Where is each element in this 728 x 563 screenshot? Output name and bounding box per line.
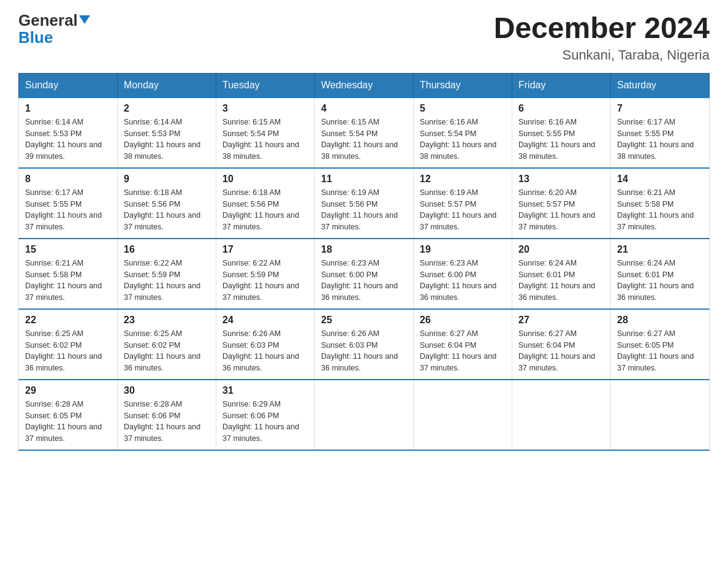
table-row — [315, 380, 414, 450]
day-info: Sunrise: 6:22 AMSunset: 5:59 PMDaylight:… — [124, 259, 200, 302]
day-info: Sunrise: 6:21 AMSunset: 5:58 PMDaylight:… — [617, 188, 694, 231]
day-number: 25 — [321, 315, 407, 326]
day-info: Sunrise: 6:20 AMSunset: 5:57 PMDaylight:… — [518, 188, 595, 231]
table-row: 2 Sunrise: 6:14 AMSunset: 5:53 PMDayligh… — [118, 98, 216, 168]
day-info: Sunrise: 6:28 AMSunset: 6:05 PMDaylight:… — [25, 400, 102, 443]
day-info: Sunrise: 6:29 AMSunset: 6:06 PMDaylight:… — [222, 400, 299, 443]
day-info: Sunrise: 6:14 AMSunset: 5:53 PMDaylight:… — [25, 118, 102, 161]
day-info: Sunrise: 6:23 AMSunset: 6:00 PMDaylight:… — [321, 259, 398, 302]
day-number: 12 — [420, 174, 506, 185]
table-row: 24 Sunrise: 6:26 AMSunset: 6:03 PMDaylig… — [216, 309, 315, 380]
day-info: Sunrise: 6:27 AMSunset: 6:04 PMDaylight:… — [518, 329, 595, 372]
table-row: 10 Sunrise: 6:18 AMSunset: 5:56 PMDaylig… — [216, 168, 315, 239]
day-info: Sunrise: 6:18 AMSunset: 5:56 PMDaylight:… — [124, 188, 200, 231]
table-row: 14 Sunrise: 6:21 AMSunset: 5:58 PMDaylig… — [611, 168, 710, 239]
day-info: Sunrise: 6:18 AMSunset: 5:56 PMDaylight:… — [222, 188, 299, 231]
day-number: 14 — [617, 174, 703, 185]
day-number: 16 — [124, 244, 210, 255]
table-row: 29 Sunrise: 6:28 AMSunset: 6:05 PMDaylig… — [19, 380, 118, 450]
day-number: 9 — [124, 174, 210, 185]
day-number: 22 — [25, 315, 111, 326]
day-number: 5 — [420, 103, 506, 114]
day-number: 29 — [25, 385, 111, 396]
table-row: 21 Sunrise: 6:24 AMSunset: 6:01 PMDaylig… — [611, 239, 710, 309]
day-number: 15 — [25, 244, 111, 255]
day-info: Sunrise: 6:17 AMSunset: 5:55 PMDaylight:… — [25, 188, 102, 231]
day-info: Sunrise: 6:22 AMSunset: 5:59 PMDaylight:… — [222, 259, 299, 302]
day-number: 20 — [518, 244, 604, 255]
table-row: 31 Sunrise: 6:29 AMSunset: 6:06 PMDaylig… — [216, 380, 315, 450]
day-number: 8 — [25, 174, 111, 185]
table-row: 15 Sunrise: 6:21 AMSunset: 5:58 PMDaylig… — [19, 239, 118, 309]
table-row: 6 Sunrise: 6:16 AMSunset: 5:55 PMDayligh… — [512, 98, 611, 168]
day-number: 1 — [25, 103, 111, 114]
month-title: December 2024 — [494, 12, 710, 45]
day-number: 10 — [222, 174, 308, 185]
calendar-week-row: 15 Sunrise: 6:21 AMSunset: 5:58 PMDaylig… — [19, 239, 710, 309]
table-row: 11 Sunrise: 6:19 AMSunset: 5:56 PMDaylig… — [315, 168, 414, 239]
calendar-table: Sunday Monday Tuesday Wednesday Thursday… — [18, 73, 710, 451]
day-number: 27 — [518, 315, 604, 326]
day-number: 26 — [420, 315, 506, 326]
day-info: Sunrise: 6:24 AMSunset: 6:01 PMDaylight:… — [518, 259, 595, 302]
day-number: 30 — [124, 385, 210, 396]
day-info: Sunrise: 6:19 AMSunset: 5:56 PMDaylight:… — [321, 188, 398, 231]
day-number: 2 — [124, 103, 210, 114]
day-number: 11 — [321, 174, 407, 185]
day-info: Sunrise: 6:28 AMSunset: 6:06 PMDaylight:… — [124, 400, 200, 443]
calendar-week-row: 8 Sunrise: 6:17 AMSunset: 5:55 PMDayligh… — [19, 168, 710, 239]
header-sunday: Sunday — [19, 73, 118, 98]
day-number: 21 — [617, 244, 703, 255]
calendar-week-row: 29 Sunrise: 6:28 AMSunset: 6:05 PMDaylig… — [19, 380, 710, 450]
table-row: 23 Sunrise: 6:25 AMSunset: 6:02 PMDaylig… — [118, 309, 216, 380]
table-row — [512, 380, 611, 450]
location-subtitle: Sunkani, Taraba, Nigeria — [494, 47, 710, 63]
day-info: Sunrise: 6:25 AMSunset: 6:02 PMDaylight:… — [25, 329, 102, 372]
table-row: 28 Sunrise: 6:27 AMSunset: 6:05 PMDaylig… — [611, 309, 710, 380]
header-tuesday: Tuesday — [216, 73, 315, 98]
table-row: 17 Sunrise: 6:22 AMSunset: 5:59 PMDaylig… — [216, 239, 315, 309]
day-number: 17 — [222, 244, 308, 255]
day-number: 13 — [518, 174, 604, 185]
table-row: 27 Sunrise: 6:27 AMSunset: 6:04 PMDaylig… — [512, 309, 611, 380]
title-area: December 2024 Sunkani, Taraba, Nigeria — [494, 12, 710, 63]
day-number: 31 — [222, 385, 308, 396]
day-info: Sunrise: 6:25 AMSunset: 6:02 PMDaylight:… — [124, 329, 200, 372]
table-row: 8 Sunrise: 6:17 AMSunset: 5:55 PMDayligh… — [19, 168, 118, 239]
table-row: 4 Sunrise: 6:15 AMSunset: 5:54 PMDayligh… — [315, 98, 414, 168]
logo: General Blue — [18, 12, 90, 45]
day-number: 23 — [124, 315, 210, 326]
header-thursday: Thursday — [414, 73, 512, 98]
day-info: Sunrise: 6:27 AMSunset: 6:05 PMDaylight:… — [617, 329, 694, 372]
table-row — [414, 380, 512, 450]
day-info: Sunrise: 6:19 AMSunset: 5:57 PMDaylight:… — [420, 188, 496, 231]
header-saturday: Saturday — [611, 73, 710, 98]
day-number: 24 — [222, 315, 308, 326]
table-row: 7 Sunrise: 6:17 AMSunset: 5:55 PMDayligh… — [611, 98, 710, 168]
table-row: 30 Sunrise: 6:28 AMSunset: 6:06 PMDaylig… — [118, 380, 216, 450]
header-wednesday: Wednesday — [315, 73, 414, 98]
calendar-week-row: 22 Sunrise: 6:25 AMSunset: 6:02 PMDaylig… — [19, 309, 710, 380]
day-info: Sunrise: 6:14 AMSunset: 5:53 PMDaylight:… — [124, 118, 200, 161]
header-monday: Monday — [118, 73, 216, 98]
day-number: 6 — [518, 103, 604, 114]
table-row: 20 Sunrise: 6:24 AMSunset: 6:01 PMDaylig… — [512, 239, 611, 309]
logo-blue: Blue — [18, 29, 53, 45]
day-number: 3 — [222, 103, 308, 114]
logo-triangle-icon — [79, 15, 90, 24]
day-info: Sunrise: 6:26 AMSunset: 6:03 PMDaylight:… — [222, 329, 299, 372]
logo-general: General — [18, 12, 90, 28]
day-number: 19 — [420, 244, 506, 255]
calendar-header-row: Sunday Monday Tuesday Wednesday Thursday… — [19, 73, 710, 98]
day-number: 4 — [321, 103, 407, 114]
header-friday: Friday — [512, 73, 611, 98]
day-number: 18 — [321, 244, 407, 255]
day-info: Sunrise: 6:21 AMSunset: 5:58 PMDaylight:… — [25, 259, 102, 302]
table-row: 26 Sunrise: 6:27 AMSunset: 6:04 PMDaylig… — [414, 309, 512, 380]
calendar-week-row: 1 Sunrise: 6:14 AMSunset: 5:53 PMDayligh… — [19, 98, 710, 168]
page-header: General Blue December 2024 Sunkani, Tara… — [18, 12, 710, 63]
table-row: 13 Sunrise: 6:20 AMSunset: 5:57 PMDaylig… — [512, 168, 611, 239]
table-row: 18 Sunrise: 6:23 AMSunset: 6:00 PMDaylig… — [315, 239, 414, 309]
day-info: Sunrise: 6:17 AMSunset: 5:55 PMDaylight:… — [617, 118, 694, 161]
day-info: Sunrise: 6:23 AMSunset: 6:00 PMDaylight:… — [420, 259, 496, 302]
